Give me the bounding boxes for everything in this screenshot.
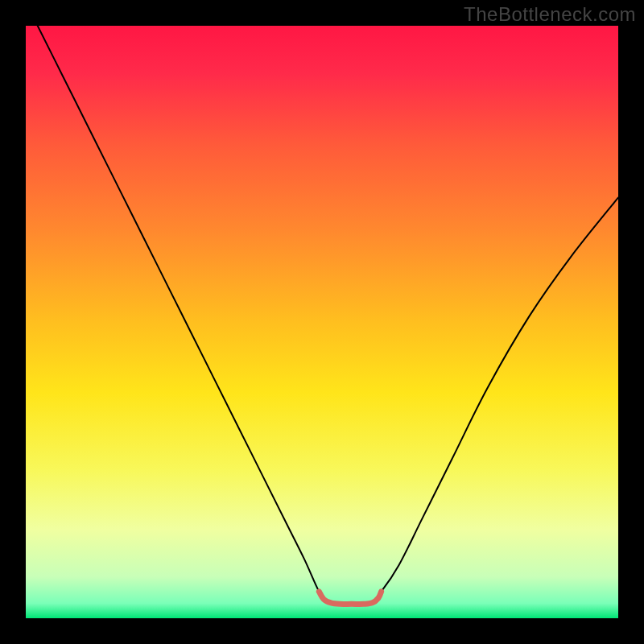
chart-plot-area [26, 26, 618, 618]
watermark-text: TheBottleneck.com [464, 3, 636, 26]
gradient-background [26, 26, 618, 618]
bottleneck-chart [26, 26, 618, 618]
chart-frame: TheBottleneck.com [0, 0, 644, 644]
